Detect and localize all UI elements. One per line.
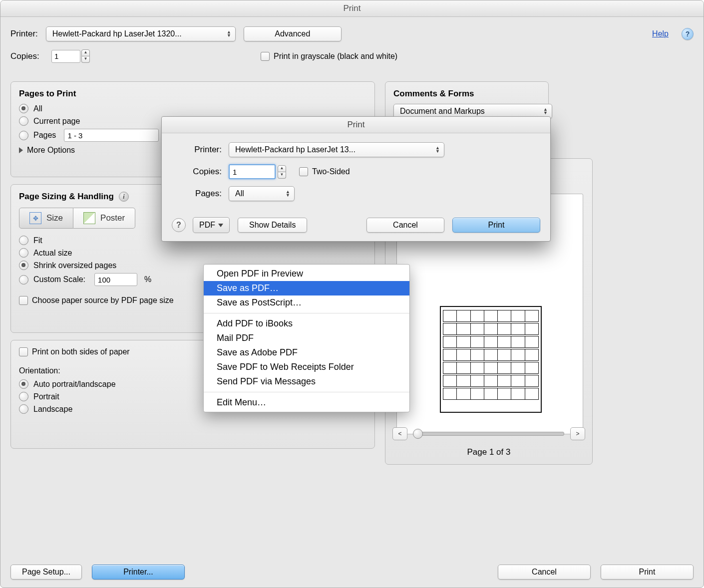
pages-range-input[interactable]	[64, 129, 159, 142]
more-options-label[interactable]: More Options	[27, 146, 75, 155]
system-print-sheet: Print Printer: Hewlett-Packard hp LaserJ…	[161, 116, 551, 242]
orientation-landscape-label: Landscape	[33, 405, 72, 414]
printer-label: Printer:	[10, 29, 38, 39]
sheet-printer-value: Hewlett-Packard hp LaserJet 13...	[235, 145, 355, 154]
pages-current-label: Current page	[33, 117, 80, 126]
grayscale-label: Print in grayscale (black and white)	[274, 52, 397, 61]
checkbox-icon	[299, 167, 308, 176]
help-link[interactable]: Help	[652, 29, 669, 38]
sheet-printer-label: Printer:	[174, 145, 229, 155]
both-sides-label: Print on both sides of paper	[32, 347, 130, 356]
pdf-menu-label: PDF	[199, 221, 215, 230]
help-icon[interactable]: ?	[682, 28, 694, 40]
menu-edit-menu[interactable]: Edit Menu…	[204, 395, 409, 410]
stepper-up-icon[interactable]: ▲	[81, 49, 90, 56]
chevron-down-icon	[218, 224, 223, 227]
paper-source-label: Choose paper source by PDF page size	[32, 296, 174, 305]
sheet-printer-select[interactable]: Hewlett-Packard hp LaserJet 13... ▲▼	[229, 142, 444, 157]
comments-forms-value: Document and Markups	[400, 107, 485, 116]
pages-range-label: Pages	[33, 131, 56, 140]
menu-save-to-web-receipts[interactable]: Save PDF to Web Receipts Folder	[204, 360, 409, 374]
slider-knob[interactable]	[413, 429, 423, 439]
menu-send-via-messages[interactable]: Send PDF via Messages	[204, 374, 409, 389]
advanced-button[interactable]: Advanced	[244, 26, 342, 41]
printer-select[interactable]: Hewlett-Packard hp LaserJet 1320... ▲▼	[46, 26, 236, 41]
window-content: Printer: Hewlett-Packard hp LaserJet 132…	[0, 16, 704, 588]
menu-save-as-postscript[interactable]: Save as PostScript…	[204, 295, 409, 310]
comments-forms-title: Comments & Forms	[393, 89, 540, 99]
sheet-copies-label: Copies:	[174, 167, 229, 177]
info-icon[interactable]: i	[119, 192, 129, 202]
size-icon: ✥	[29, 212, 41, 224]
actual-size-label: Actual size	[33, 249, 72, 258]
sheet-cancel-button[interactable]: Cancel	[366, 218, 444, 233]
sheet-help-icon[interactable]: ?	[172, 218, 186, 232]
menu-save-as-pdf[interactable]: Save as PDF…	[204, 281, 409, 295]
tab-size[interactable]: ✥ Size	[19, 208, 73, 229]
sheet-copies-input[interactable]	[229, 164, 276, 179]
disclosure-triangle-icon[interactable]	[19, 147, 23, 153]
tab-poster-label: Poster	[100, 213, 125, 223]
custom-scale-input[interactable]	[94, 273, 137, 286]
pdf-menu-button[interactable]: PDF	[193, 217, 230, 233]
percent-label: %	[144, 275, 151, 284]
fit-label: Fit	[33, 236, 42, 245]
sheet-pages-select[interactable]: All ▲▼	[229, 186, 295, 201]
print-dialog-window: Print Printer: Hewlett-Packard hp LaserJ…	[0, 0, 704, 588]
checkbox-icon	[261, 52, 270, 61]
stepper-down-icon[interactable]: ▼	[278, 172, 286, 179]
show-details-button[interactable]: Show Details	[238, 218, 307, 233]
menu-mail-pdf[interactable]: Mail PDF	[204, 331, 409, 345]
grayscale-checkbox[interactable]: Print in grayscale (black and white)	[261, 52, 397, 61]
page-sizing-title: Page Sizing & Handling	[19, 192, 114, 202]
sheet-pages-value: All	[235, 189, 244, 198]
shrink-label: Shrink oversized pages	[33, 261, 116, 270]
menu-separator	[204, 392, 409, 392]
stepper-down-icon[interactable]: ▼	[81, 56, 90, 63]
tab-size-label: Size	[46, 213, 63, 223]
pages-all-radio[interactable]: All	[19, 104, 366, 113]
chevron-updown-icon: ▲▼	[435, 146, 440, 153]
chevron-updown-icon: ▲▼	[227, 30, 231, 37]
cancel-button[interactable]: Cancel	[498, 565, 591, 580]
orientation-portrait-label: Portrait	[33, 392, 59, 401]
pages-to-print-title: Pages to Print	[19, 89, 366, 99]
two-sided-checkbox[interactable]: Two-Sided	[299, 167, 350, 176]
printer-button[interactable]: Printer...	[92, 565, 185, 580]
menu-save-as-adobe-pdf[interactable]: Save as Adobe PDF	[204, 345, 409, 360]
preview-next-button[interactable]: >	[570, 427, 585, 440]
pdf-dropdown-menu: Open PDF in Preview Save as PDF… Save as…	[203, 264, 410, 412]
actual-size-radio[interactable]: Actual size	[19, 248, 366, 258]
menu-open-pdf-preview[interactable]: Open PDF in Preview	[204, 267, 409, 281]
sheet-print-button[interactable]: Print	[452, 218, 540, 233]
printer-select-value: Hewlett-Packard hp LaserJet 1320...	[52, 29, 182, 38]
paper-source-checkbox[interactable]: Choose paper source by PDF page size	[19, 296, 174, 305]
copies-input[interactable]	[51, 50, 80, 63]
print-button[interactable]: Print	[601, 565, 694, 580]
page-setup-button[interactable]: Page Setup...	[10, 565, 82, 580]
preview-page	[440, 306, 542, 413]
menu-separator	[204, 313, 409, 313]
preview-page-indicator: Page 1 of 3	[385, 447, 592, 457]
checkbox-icon	[19, 347, 28, 356]
orientation-auto-label: Auto portrait/landscape	[33, 380, 116, 389]
two-sided-label: Two-Sided	[312, 167, 350, 176]
sheet-pages-label: Pages:	[174, 189, 229, 199]
sheet-title: Print	[162, 117, 550, 133]
copies-stepper[interactable]: ▲▼	[51, 49, 90, 63]
custom-scale-label: Custom Scale:	[33, 275, 85, 284]
poster-icon	[83, 212, 95, 224]
chevron-updown-icon: ▲▼	[543, 108, 548, 115]
chevron-updown-icon: ▲▼	[286, 190, 290, 197]
copies-label: Copies:	[10, 51, 43, 61]
menu-add-to-ibooks[interactable]: Add PDF to iBooks	[204, 316, 409, 331]
checkbox-icon	[19, 296, 28, 305]
sheet-copies-stepper[interactable]: ▲▼	[278, 165, 286, 179]
preview-prev-button[interactable]: <	[392, 427, 407, 440]
window-title: Print	[0, 0, 704, 17]
both-sides-checkbox[interactable]: Print on both sides of paper	[19, 347, 130, 356]
preview-slider[interactable]	[413, 432, 564, 436]
pages-all-label: All	[33, 104, 42, 113]
stepper-up-icon[interactable]: ▲	[278, 165, 286, 172]
tab-poster[interactable]: Poster	[73, 208, 135, 229]
